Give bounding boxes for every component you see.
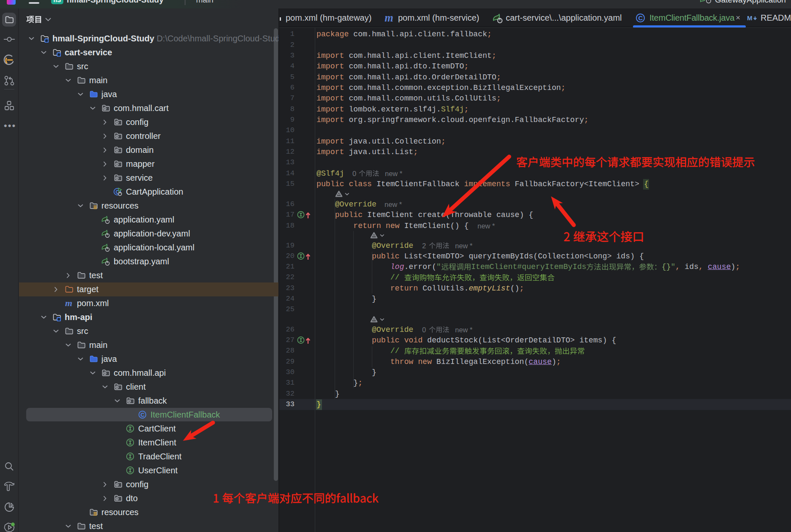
svg-text:M: M (747, 14, 753, 22)
